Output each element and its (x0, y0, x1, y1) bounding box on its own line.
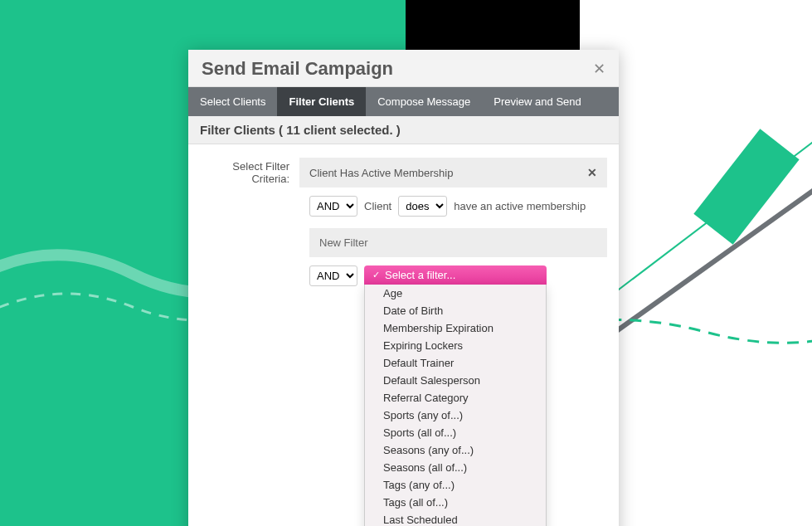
filter-option[interactable]: Age (365, 285, 546, 302)
logic-operator-select-2[interactable]: AND (309, 265, 357, 286)
send-campaign-modal: Send Email Campaign ✕ Select Clients Fil… (188, 50, 619, 526)
criteria-label: Select Filter Criteria: (200, 160, 299, 185)
tab-filter-clients[interactable]: Filter Clients (277, 87, 366, 116)
tab-bar: Select Clients Filter Clients Compose Me… (188, 87, 619, 116)
filter-option[interactable]: Sports (any of...) (365, 407, 546, 424)
dropdown-placeholder: Select a filter... (385, 269, 455, 281)
active-filter-text: Client Has Active Membership (309, 167, 453, 179)
filter-option[interactable]: Membership Expiration (365, 319, 546, 337)
active-filter-box: Client Has Active Membership ✕ (299, 158, 607, 188)
tab-compose-message[interactable]: Compose Message (366, 87, 482, 116)
logic-operator-select[interactable]: AND (309, 196, 357, 217)
condition-row: AND Client does have an active membershi… (309, 196, 607, 217)
filter-option[interactable]: Seasons (any of...) (365, 441, 546, 459)
dropdown-list: Age Date of Birth Membership Expiration … (364, 285, 547, 526)
check-icon: ✓ (372, 270, 380, 280)
modal-header: Send Email Campaign ✕ (188, 50, 619, 87)
does-select[interactable]: does (398, 196, 447, 217)
filter-option[interactable]: Tags (any of...) (365, 476, 546, 494)
section-header: Filter Clients ( 11 client selected. ) (188, 116, 619, 144)
modal-title: Send Email Campaign (202, 58, 393, 80)
client-word: Client (364, 200, 391, 212)
filter-option[interactable]: Date of Birth (365, 302, 546, 319)
dropdown-selected-row[interactable]: ✓ Select a filter... (364, 265, 547, 285)
filter-option[interactable]: Sports (all of...) (365, 424, 546, 441)
tab-preview-send[interactable]: Preview and Send (482, 87, 593, 116)
filter-option[interactable]: Default Salesperson (365, 372, 546, 389)
filter-option[interactable]: Tags (all of...) (365, 494, 546, 511)
svg-rect-2 (693, 129, 799, 244)
close-icon[interactable]: ✕ (593, 60, 605, 78)
remove-filter-icon[interactable]: ✕ (587, 166, 597, 179)
filter-option[interactable]: Referral Category (365, 389, 546, 407)
filter-content: Select Filter Criteria: Client Has Activ… (188, 144, 619, 526)
new-filter-box: New Filter (309, 228, 607, 257)
filter-type-dropdown[interactable]: ✓ Select a filter... Age Date of Birth M… (364, 265, 547, 526)
filter-option[interactable]: Seasons (all of...) (365, 459, 546, 476)
membership-text: have an active membership (454, 200, 586, 212)
filter-option[interactable]: Default Trainer (365, 354, 546, 372)
tab-select-clients[interactable]: Select Clients (188, 87, 277, 116)
filter-option[interactable]: Expiring Lockers (365, 337, 546, 354)
filter-option[interactable]: Last Scheduled (365, 511, 546, 526)
